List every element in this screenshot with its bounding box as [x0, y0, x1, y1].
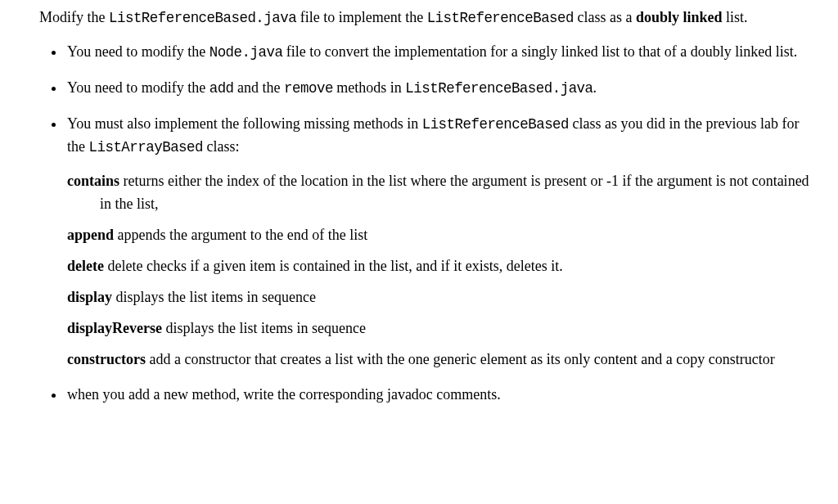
method-desc: displays the list items in sequence	[162, 320, 366, 336]
code-filename: Node.java	[210, 44, 283, 61]
bullet-item: You need to modify the Node.java file to…	[65, 41, 815, 64]
bullet-item: when you add a new method, write the cor…	[65, 384, 815, 407]
text: and the	[234, 79, 284, 96]
code-filename: ListReferenceBased.java	[405, 80, 592, 97]
method-item: append appends the argument to the end o…	[67, 224, 815, 247]
code-method: add	[210, 80, 234, 97]
method-name: contains	[67, 173, 119, 189]
text: list.	[723, 9, 748, 25]
text: file to convert the implementation for a…	[282, 43, 797, 60]
bullet-item: You need to modify the add and the remov…	[65, 77, 815, 100]
method-name: display	[67, 289, 112, 305]
bold-text: doubly linked	[636, 9, 723, 25]
method-item: constructors add a constructor that crea…	[67, 349, 815, 371]
code-classname: ListReferenceBased	[427, 10, 574, 26]
method-desc: add a constructor that creates a list wi…	[146, 351, 775, 367]
methods-list: contains returns either the index of the…	[67, 170, 815, 371]
code-method: remove	[284, 80, 333, 97]
bullet-item: You must also implement the following mi…	[65, 113, 815, 371]
method-name: constructors	[67, 351, 146, 367]
code-classname: ListReferenceBased	[422, 116, 569, 133]
text: Modify the	[39, 9, 109, 25]
method-name: delete	[67, 258, 104, 274]
method-desc: returns either the index of the location…	[100, 173, 809, 212]
method-desc: displays the list items in sequence	[112, 289, 316, 305]
text: class:	[203, 138, 240, 155]
text: .	[593, 79, 597, 96]
code-classname: ListArrayBased	[89, 139, 204, 155]
text: when you add a new method, write the cor…	[67, 386, 501, 403]
method-name: displayReverse	[67, 320, 162, 336]
text: class as a	[574, 9, 636, 25]
bullet-list: You need to modify the Node.java file to…	[23, 41, 815, 407]
method-item: display displays the list items in seque…	[67, 286, 815, 309]
method-desc: delete checks if a given item is contain…	[104, 258, 563, 274]
intro-paragraph: Modify the ListReferenceBased.java file …	[23, 7, 815, 29]
code-filename: ListReferenceBased.java	[109, 10, 296, 26]
text: You must also implement the following mi…	[67, 115, 422, 132]
text: You need to modify the	[67, 43, 210, 60]
method-item: contains returns either the index of the…	[67, 170, 815, 216]
text: methods in	[333, 79, 406, 96]
method-item: displayReverse displays the list items i…	[67, 317, 815, 340]
method-desc: appends the argument to the end of the l…	[114, 227, 367, 243]
text: file to implement the	[296, 9, 426, 25]
text: You need to modify the	[67, 79, 210, 96]
method-name: append	[67, 227, 114, 243]
method-item: delete delete checks if a given item is …	[67, 255, 815, 278]
